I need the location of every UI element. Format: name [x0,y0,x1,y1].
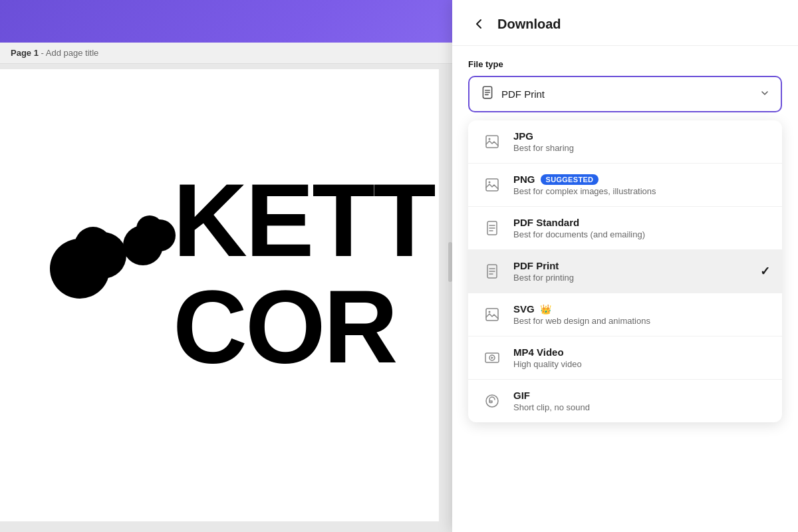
jpg-icon [480,130,504,154]
dropdown-item-gif[interactable]: GIF Short clip, no sound [468,380,782,422]
pdf-standard-name: PDF Standard [513,217,770,228]
dropdown-item-svg[interactable]: SVG 👑 Best for web design and animations [468,293,782,336]
dropdown-item-pdf-print[interactable]: PDF Print Best for printing ✓ [468,250,782,293]
pdf-icon [480,85,495,100]
design-canvas[interactable]: KETT COR [0,69,439,521]
jpg-desc: Best for sharing [513,143,770,153]
dropdown-item-pdf-standard[interactable]: PDF Standard Best for documents (and ema… [468,207,782,249]
pdf-print-name: PDF Print [513,260,751,271]
gif-icon [480,389,504,413]
dropdown-item-png[interactable]: PNG SUGGESTED Best for complex images, i… [468,164,782,206]
mp4-icon [480,346,504,370]
canvas-text-kett: KETT [173,169,434,272]
svg-point-17 [489,311,491,313]
download-title: Download [497,17,561,32]
download-body: File type PDF Print [452,46,798,436]
pdf-print-desc: Best for printing [513,273,751,283]
svg-point-8 [136,215,163,242]
mp4-text: MP4 Video High quality video [513,346,770,369]
svg-text: SVG 👑 Best for web design and animations [513,303,770,326]
file-type-selector[interactable]: PDF Print [468,76,782,112]
pdf-standard-desc: Best for documents (and emailing) [513,229,770,239]
crown-icon: 👑 [540,304,551,315]
svg-name: SVG 👑 [513,303,770,315]
png-name: PNG SUGGESTED [513,174,770,185]
decorative-bubbles [40,176,186,309]
dropdown-item-mp4[interactable]: MP4 Video High quality video [468,336,782,379]
selected-file-type: PDF Print [501,88,753,100]
jpg-text: JPG Best for sharing [513,130,770,153]
pdf-standard-icon [480,216,504,240]
file-type-dropdown: JPG Best for sharing PNG SUG [468,120,782,422]
canvas-text-cor: COR [173,275,396,378]
svg-rect-10 [486,136,498,148]
download-header: Download [452,0,798,46]
back-button[interactable] [468,13,489,35]
download-panel: Download File type PDF Print [452,0,798,532]
file-type-icon [480,85,495,103]
svg-rect-16 [486,309,498,321]
page-separator: - [39,48,46,58]
pdf-print-text: PDF Print Best for printing [513,260,751,283]
mp4-name: MP4 Video [513,346,770,358]
svg-point-11 [489,138,491,140]
svg-point-13 [489,182,491,184]
svg-icon [480,303,504,327]
gif-desc: Short clip, no sound [513,402,770,412]
png-icon [480,173,504,197]
suggested-badge: SUGGESTED [541,174,599,185]
dropdown-item-jpg[interactable]: JPG Best for sharing [468,120,782,163]
svg-desc: Best for web design and animations [513,316,770,326]
png-desc: Best for complex images, illustrations [513,186,770,196]
pdf-print-icon [480,259,504,283]
mp4-desc: High quality video [513,359,770,369]
chevron-down-icon [759,88,770,100]
gif-name: GIF [513,390,770,401]
page-number: Page 1 [11,48,39,58]
png-text: PNG SUGGESTED Best for complex images, i… [513,174,770,196]
gif-text: GIF Short clip, no sound [513,390,770,412]
pdf-standard-text: PDF Standard Best for documents (and ema… [513,217,770,239]
jpg-name: JPG [513,130,770,142]
svg-point-5 [74,227,112,264]
checkmark-icon: ✓ [760,264,770,279]
svg-marker-20 [491,356,494,359]
back-icon [472,17,485,31]
svg-rect-12 [486,179,498,191]
add-page-title[interactable]: Add page title [46,48,99,58]
file-type-label: File type [468,59,782,69]
